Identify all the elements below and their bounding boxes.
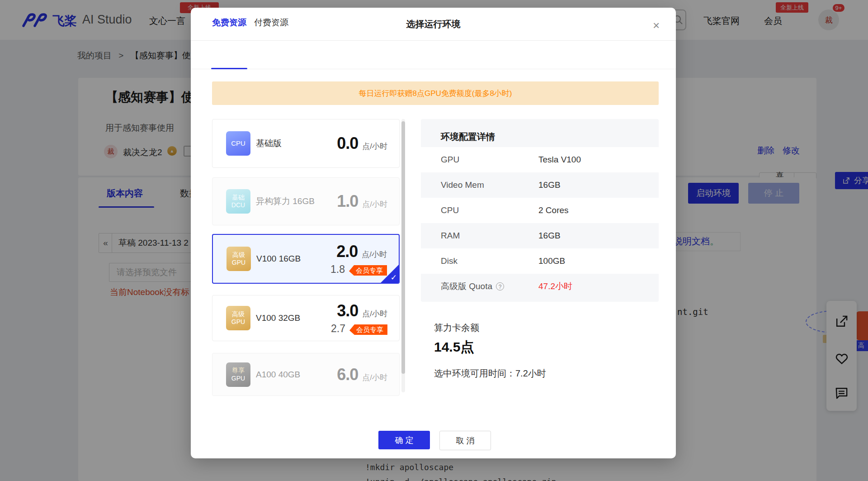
balance-value: 14.5点 (434, 338, 474, 357)
plan-price: 2.0 (336, 242, 358, 261)
table-row: RAM16GB (421, 223, 659, 248)
plan-price-unit: 点/小时 (362, 249, 387, 260)
plan-name: A100 40GB (256, 353, 300, 395)
table-row: GPUTesla V100 (421, 147, 659, 172)
balance-label: 算力卡余额 (434, 322, 479, 334)
plan-card-v100-32gb[interactable]: 高级GPU V100 32GB 3.0点/小时 2.7会员专享 (212, 295, 400, 341)
table-row: Video Mem16GB (421, 172, 659, 198)
plan-card-v100-16gb[interactable]: 高级GPU V100 16GB 2.0点/小时 1.8会员专享 ✓ (212, 234, 400, 284)
plan-price-unit: 点/小时 (362, 141, 387, 152)
plan-name: V100 32GB (256, 295, 300, 341)
member-price: 1.8 (330, 263, 345, 276)
active-tab-underline (211, 68, 247, 69)
member-badge: 会员专享 (349, 324, 387, 335)
row-value: 16GB (538, 180, 561, 190)
member-price: 2.7 (331, 323, 345, 335)
cancel-button[interactable]: 取 消 (439, 431, 491, 450)
row-label: CPU (441, 205, 459, 215)
row-label: 高级版 Quota (441, 281, 492, 292)
resource-tabs (191, 41, 676, 69)
cancel-label: 取 消 (456, 435, 474, 446)
plan-card-dcu-16gb[interactable]: 基础DCU 异构算力 16GB 1.0点/小时 (212, 177, 400, 225)
row-value: 100GB (538, 256, 565, 266)
confirm-button[interactable]: 确 定 (378, 431, 430, 449)
plan-price: 1.0 (337, 192, 358, 211)
table-row: 高级版 Quota?47.2小时 (421, 274, 659, 299)
plan-card-a100-40gb[interactable]: 尊享GPU A100 40GB 6.0点/小时 (212, 353, 400, 396)
confirm-label: 确 定 (395, 435, 413, 446)
tab-free-resources[interactable]: 免费资源 (212, 17, 246, 29)
check-icon: ✓ (391, 273, 397, 282)
row-label: Video Mem (441, 180, 484, 190)
plan-price: 6.0 (337, 365, 358, 384)
env-detail-panel: 环境配置详情 GPUTesla V100 Video Mem16GB CPU2 … (421, 119, 659, 302)
plan-name: 异构算力 16GB (256, 178, 315, 225)
plan-price: 3.0 (337, 301, 358, 320)
plan-name: V100 16GB (256, 235, 301, 283)
runtime-env-dialog: 选择运行环境 × 免费资源 付费资源 每日运行即获赠8点GPU免费额度(最多8小… (191, 8, 676, 458)
row-label: Disk (441, 256, 458, 266)
gpu-premium-icon: 尊享GPU (226, 362, 250, 387)
gpu-advanced-icon: 高级GPU (226, 306, 250, 330)
tab-paid-resources[interactable]: 付费资源 (254, 17, 288, 29)
row-label: GPU (441, 155, 459, 165)
quota-banner: 每日运行即获赠8点GPU免费额度(最多8小时) (212, 81, 659, 105)
plan-card-cpu-basic[interactable]: CPU 基础版 0.0点/小时 (212, 119, 400, 168)
plan-price: 0.0 (337, 134, 358, 153)
close-icon[interactable]: × (653, 19, 660, 31)
plan-price-unit: 点/小时 (362, 372, 387, 383)
app-root: 飞桨 AI Studio 文心一言 全新上线 飞桨官网 会员 全新上线 裁 9+… (0, 0, 868, 481)
cpu-plan-icon: CPU (226, 131, 250, 156)
dcu-plan-icon: 基础DCU (226, 189, 250, 214)
row-label: RAM (441, 231, 460, 241)
row-value: 2 Cores (538, 205, 569, 215)
plan-price-unit: 点/小时 (362, 309, 387, 319)
quota-banner-text: 每日运行即获赠8点GPU免费额度(最多8小时) (359, 88, 512, 99)
row-value: 47.2小时 (538, 281, 572, 292)
row-value: 16GB (538, 231, 561, 241)
plan-list-scrollbar-thumb[interactable] (401, 121, 405, 374)
env-detail-table: GPUTesla V100 Video Mem16GB CPU2 Cores R… (421, 147, 659, 299)
plan-name: 基础版 (256, 119, 282, 167)
gpu-advanced-icon: 高级GPU (226, 247, 251, 271)
plan-price-unit: 点/小时 (362, 199, 387, 210)
table-row: Disk100GB (421, 248, 659, 274)
available-time: 选中环境可用时间：7.2小时 (434, 367, 546, 380)
table-row: CPU2 Cores (421, 198, 659, 223)
env-detail-title: 环境配置详情 (441, 131, 495, 143)
question-icon[interactable]: ? (496, 282, 504, 291)
row-value: Tesla V100 (538, 155, 581, 165)
